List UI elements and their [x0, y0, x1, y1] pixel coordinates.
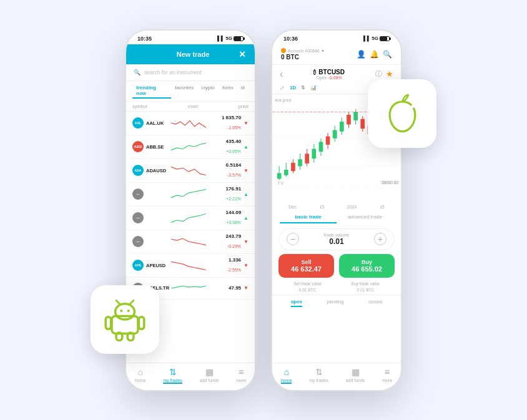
tab-trending[interactable]: trending now	[132, 84, 171, 99]
pair-icon: ₿	[313, 69, 317, 76]
chart-mini	[171, 210, 206, 225]
nav-my-trades-right[interactable]: ⇅ my trades	[309, 367, 328, 384]
sell-btc-amount: 0.01 BTC	[299, 288, 316, 292]
svg-rect-35	[347, 114, 351, 124]
pair-name: BTCUSD	[318, 69, 345, 76]
tab-open[interactable]: open	[291, 299, 302, 307]
column-headers: symbol chart price	[126, 102, 255, 112]
header-title: New trade	[147, 51, 239, 58]
price-change: +0.95%	[226, 149, 241, 154]
battery-icon	[234, 36, 244, 41]
buy-btc-amount: 0.01 BTC	[357, 288, 374, 292]
pair-status: Open -0.08%	[317, 76, 342, 80]
nav-home-right[interactable]: ⌂ home	[281, 367, 292, 384]
period-1d[interactable]: 1D	[290, 85, 296, 91]
left-signal: ▌▌ 5G	[217, 36, 244, 41]
volume-increment-button[interactable]: +	[374, 233, 387, 245]
price-change: +2.21%	[226, 197, 241, 201]
nav-more-right[interactable]: ≡ more	[382, 367, 392, 384]
symbol-name: ADAUSD	[146, 168, 166, 173]
table-row[interactable]: APE APEUSD 1.336 -2.55% ▼	[126, 254, 255, 278]
buy-trade-value-label: Buy trade value	[352, 281, 380, 286]
tab-forex[interactable]: forex	[219, 84, 237, 99]
mini-chart-svg	[171, 187, 206, 202]
search-placeholder: search for an instrument	[144, 69, 202, 76]
android-icon	[103, 298, 147, 341]
trade-btc-row: 0.01 BTC 0.01 BTC	[272, 286, 401, 295]
table-row[interactable]: ADA ADAUSD 0.5184 -3.57% ▼	[126, 159, 255, 183]
symbol-name: AAL.UK	[146, 120, 164, 126]
apple-badge	[368, 79, 436, 148]
tab-basic-trade[interactable]: basic trade	[280, 214, 337, 223]
nav-home[interactable]: ⌂ home	[135, 367, 146, 384]
volume-value: 0.01	[329, 237, 343, 246]
mini-chart-svg	[171, 163, 206, 178]
trades-icon-right: ⇅	[315, 367, 323, 377]
buy-button[interactable]: Buy 46 655.02	[339, 254, 395, 278]
back-button[interactable]: ‹	[280, 69, 283, 80]
tab-pending[interactable]: pending	[327, 299, 344, 307]
right-signal: ▌▌ 5G	[363, 36, 390, 41]
table-row[interactable]: — 176.91 +2.21% ▲	[126, 183, 255, 207]
info-icon[interactable]: ⓘ	[375, 69, 382, 79]
nav-add-funds[interactable]: ▦ add funds	[200, 367, 219, 384]
chart-mini	[171, 163, 206, 178]
svg-point-3	[127, 309, 130, 311]
nav-add-funds-right[interactable]: ▦ add funds	[346, 367, 365, 384]
price-arrow-icon: ▼	[244, 285, 249, 291]
table-row[interactable]: — 144.09 +3.38% ▲	[126, 207, 255, 230]
chart-mini	[171, 115, 206, 130]
action-buttons: Sell 46 632.47 Buy 46 655.02	[272, 254, 401, 280]
tab-stocks[interactable]: st	[237, 84, 249, 99]
tab-crypto[interactable]: crypto	[197, 84, 219, 99]
btc-balance: 0 BTC	[281, 54, 324, 61]
symbol-icon: ADA	[132, 165, 144, 176]
svg-rect-17	[284, 169, 288, 175]
svg-rect-33	[340, 122, 344, 132]
nav-more[interactable]: ≡ more	[236, 367, 246, 384]
funds-icon-right: ▦	[352, 367, 360, 377]
svg-rect-21	[298, 159, 302, 166]
more-icon: ≡	[239, 367, 244, 377]
symbol-name: APEUSD	[146, 263, 165, 268]
search-icon-right[interactable]: 🔍	[383, 50, 392, 59]
chart-date-labels: Dec 15 2024 15	[272, 203, 401, 210]
search-bar[interactable]: 🔍 search for an instrument	[126, 64, 255, 81]
close-button[interactable]: ✕	[239, 49, 246, 59]
price-value: 47.95	[209, 285, 241, 291]
new-trade-header: New trade ✕	[126, 44, 255, 64]
tab-favorites[interactable]: favorites	[171, 84, 197, 99]
sell-button[interactable]: Sell 46 632.47	[278, 254, 334, 278]
tab-closed[interactable]: closed	[368, 299, 382, 307]
svg-rect-6	[106, 316, 111, 329]
expand-icon[interactable]: ⤢	[280, 85, 285, 91]
chart-type-icon[interactable]: 📊	[310, 85, 317, 91]
indicator-icon[interactable]: ⇅	[301, 85, 305, 91]
price-value: 144.09	[209, 210, 241, 215]
chart-mini	[171, 281, 206, 296]
nav-funds-label-right: add funds	[346, 378, 365, 383]
nav-my-trades[interactable]: ⇅ my trades	[163, 367, 182, 384]
volume-decrement-button[interactable]: −	[287, 233, 299, 245]
tab-advanced-trade[interactable]: advanced trade	[337, 214, 393, 223]
header-icons: 👤 🔔 🔍	[357, 50, 392, 59]
price-arrow-icon: ▲	[244, 144, 249, 150]
trade-tabs: basic trade advanced trade	[272, 210, 401, 225]
symbol-icon: —	[132, 212, 144, 223]
chart-mini	[171, 139, 206, 154]
star-icon[interactable]: ★	[386, 69, 393, 79]
trade-list: AAL AAL.UK 1 835.70 -1.95% ▼	[126, 112, 255, 300]
left-status-bar: 10:35 ▌▌ 5G	[126, 31, 255, 44]
price-change: -2.55%	[227, 268, 241, 272]
buy-label: Buy	[343, 259, 391, 265]
apple-icon	[382, 92, 423, 135]
symbol-icon: AAL	[132, 117, 144, 129]
table-row[interactable]: — 243.79 -0.29% ▼	[126, 230, 255, 254]
table-row[interactable]: AAL AAL.UK 1 835.70 -1.95% ▼	[126, 112, 255, 135]
table-row[interactable]: ABB ABB.SE 435.40 +0.95% ▲	[126, 135, 255, 159]
profile-icon[interactable]: 👤	[357, 50, 366, 59]
pair-change: -0.08%	[328, 76, 342, 80]
bell-icon[interactable]: 🔔	[370, 50, 379, 59]
filter-tabs: trending now favorites crypto forex st	[126, 81, 255, 102]
volume-row: − trade volume 0.01 +	[278, 228, 395, 250]
